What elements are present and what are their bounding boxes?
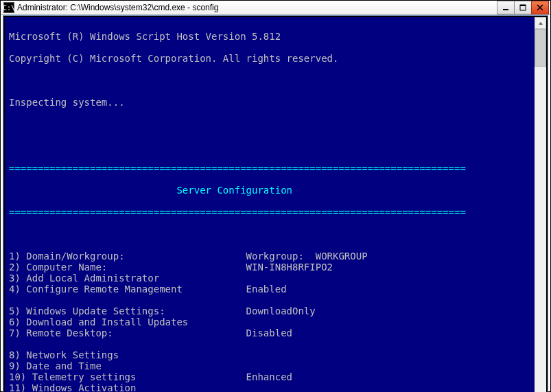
scroll-thumb[interactable] [535,29,546,67]
menu-item-2: 2) Computer Name: WIN-IN8H8RFIPO2 [9,262,532,273]
window-title: Administrator: C:\Windows\system32\cmd.e… [17,3,497,12]
blank-line [9,229,532,240]
window-controls [497,1,549,14]
blank-line [9,295,532,305]
menu-item-10: 10) Telemetry settings Enhanced [9,371,532,382]
minimize-button[interactable] [497,1,515,14]
menu-item-9: 9) Date and Time [9,360,532,371]
scroll-track[interactable] [535,29,546,392]
inspecting-line: Inspecting system... [9,97,532,108]
blank-line [9,119,532,130]
menu-item-8: 8) Network Settings [9,349,532,360]
cmd-window: C:\ Administrator: C:\Windows\system32\c… [0,0,551,392]
svg-rect-2 [520,5,526,6]
titlebar: C:\ Administrator: C:\Windows\system32\c… [1,1,550,15]
menu-item-7: 7) Remote Desktop: Disabled [9,327,532,338]
header-line-2: Copyright (C) Microsoft Corporation. All… [9,53,532,64]
maximize-button[interactable] [514,1,532,14]
config-title: Server Configuration [9,185,532,196]
separator-top: ========================================… [9,163,532,174]
chevron-up-icon [538,21,543,26]
minimize-icon [502,4,509,11]
close-button[interactable] [531,1,549,14]
menu-items: 1) Domain/Workgroup: Workgroup: WORKGROU… [9,251,532,392]
scroll-up-button[interactable] [535,17,546,29]
header-line-1: Microsoft (R) Windows Script Host Versio… [9,31,532,42]
blank-line [9,338,532,349]
menu-item-11: 11) Windows Activation [9,382,532,392]
cmd-icon: C:\ [3,2,14,13]
menu-item-6: 6) Download and Install Updates [9,316,532,327]
maximize-icon [519,4,526,11]
separator-bottom: ========================================… [9,207,532,218]
console-output[interactable]: Microsoft (R) Windows Script Host Versio… [5,17,535,392]
vertical-scrollbar[interactable] [535,17,546,392]
blank-line [9,141,532,152]
menu-item-3: 3) Add Local Administrator [9,273,532,284]
content-area: Microsoft (R) Windows Script Host Versio… [3,15,548,392]
svg-marker-5 [539,22,543,25]
svg-rect-0 [503,9,508,10]
close-icon [537,4,543,11]
menu-item-1: 1) Domain/Workgroup: Workgroup: WORKGROU… [9,251,532,262]
menu-item-5: 5) Windows Update Settings: DownloadOnly [9,305,532,316]
blank-line [9,75,532,86]
menu-item-4: 4) Configure Remote Management Enabled [9,284,532,295]
